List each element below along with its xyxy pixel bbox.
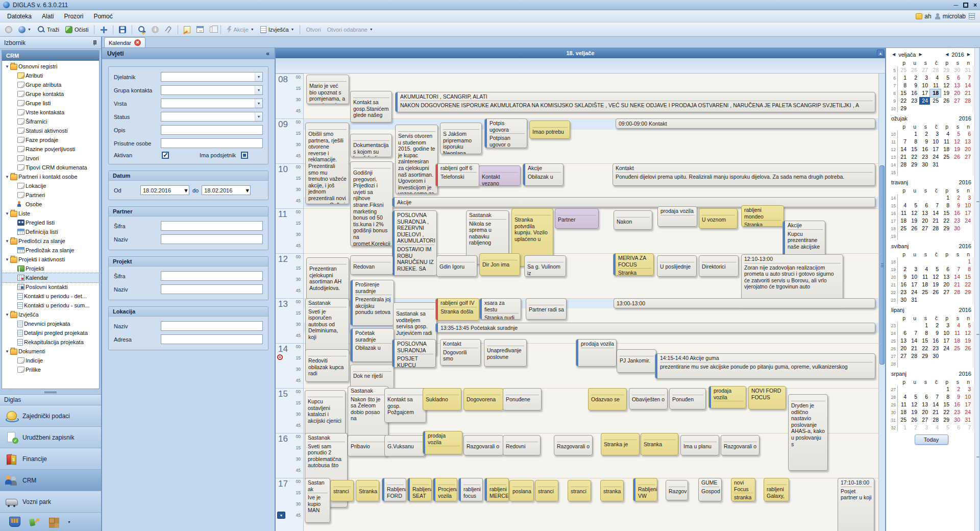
minical-day[interactable] — [930, 194, 941, 202]
calendar-event[interactable]: stranci — [535, 480, 558, 501]
add-button[interactable] — [98, 25, 109, 34]
minical-day[interactable]: 30 — [951, 416, 962, 424]
menu-item[interactable]: Pomoć — [88, 11, 117, 21]
minical-day[interactable]: 24 — [919, 97, 930, 105]
minical-day[interactable]: 26 — [909, 416, 919, 424]
minical-day[interactable]: 24 — [962, 217, 973, 225]
minical-day[interactable] — [941, 360, 951, 368]
actions-button[interactable]: Akcije▼ — [225, 25, 256, 34]
calendar-event[interactable]: S Jakšom pripremamo isporuku Neoplana — [440, 123, 482, 154]
tree-item[interactable]: Tipovi CRM dokumenata — [2, 163, 99, 172]
minical-day[interactable] — [909, 194, 919, 202]
calendar-event[interactable]: Obaviješten o — [629, 388, 668, 409]
chevron-down-icon[interactable]: ▼ — [255, 73, 262, 81]
minical-day[interactable]: 13 — [919, 401, 930, 408]
minical-day[interactable]: 1 — [941, 385, 951, 393]
calendar-event[interactable]: U poslijednje — [657, 255, 697, 277]
ima-podsjetnik-checkbox[interactable] — [241, 152, 248, 159]
tree-item[interactable]: Grupe kontakta — [2, 89, 99, 99]
minical-day[interactable]: 21 — [930, 217, 941, 225]
minical-day[interactable] — [951, 232, 962, 240]
minical-day[interactable]: 10 — [941, 329, 951, 337]
minical-day[interactable]: 29 — [941, 225, 951, 232]
minical-day[interactable] — [941, 161, 951, 168]
minical-day[interactable]: 18 — [898, 408, 909, 416]
calendar-event[interactable]: Dir Jon ima — [479, 253, 520, 276]
menu-item[interactable]: Prozori — [59, 11, 88, 21]
calendar-event[interactable]: Dokumentacija s kojom su kandidirali za — [350, 134, 392, 157]
minical-day[interactable]: 13 — [962, 138, 973, 146]
minical-day[interactable]: 3 — [941, 322, 951, 329]
minical-day[interactable] — [941, 352, 951, 360]
minical-day[interactable]: 2 — [898, 266, 909, 273]
minical-day[interactable]: 29 — [909, 161, 919, 168]
minical-day[interactable]: 19 — [930, 281, 941, 288]
scroll-down-button[interactable]: ▼ — [277, 512, 285, 519]
calendar-event[interactable]: Kontakt vezano — [479, 165, 521, 186]
minical-day[interactable]: 11 — [951, 329, 962, 337]
tree-item[interactable]: Kontakti u periodu - det... — [2, 292, 99, 301]
minical-day[interactable] — [951, 258, 962, 266]
minical-day[interactable]: 15 — [941, 401, 951, 408]
minical-day[interactable]: 29 — [941, 416, 951, 424]
calendar-event[interactable]: rabljeni Galaxy, — [764, 478, 789, 501]
minical-day[interactable]: 24 — [930, 153, 941, 161]
filter-input[interactable] — [161, 234, 263, 244]
minical-day[interactable]: 20 — [919, 408, 930, 416]
minical-day[interactable]: 2 — [909, 424, 919, 431]
calendar-event[interactable]: prodaja vozila — [708, 386, 746, 408]
minical-day[interactable] — [951, 168, 962, 176]
minical-day[interactable]: 16 — [951, 401, 962, 408]
filter-select[interactable]: ▼ — [161, 85, 263, 95]
minical-day[interactable]: 10 — [909, 273, 919, 281]
minical-day[interactable] — [909, 385, 919, 393]
calendar-event[interactable]: AkcijeObilazak u — [523, 163, 564, 186]
minical-day[interactable]: 31 — [909, 296, 919, 304]
minical-day[interactable]: 5 — [930, 266, 941, 273]
minical-day[interactable] — [941, 105, 951, 112]
minical-day[interactable]: 7 — [898, 138, 909, 146]
calendar-event[interactable]: prodaja vozila — [423, 431, 462, 454]
minical-day[interactable]: 29 — [898, 105, 909, 112]
calendar-event[interactable]: AkcijeKupcu prezentirane naše akcijske — [782, 221, 825, 259]
tree-item[interactable]: Prilike — [2, 365, 99, 374]
minical-day[interactable]: 7 — [962, 74, 973, 82]
minical-day[interactable] — [919, 258, 930, 266]
minical-day[interactable]: 23 — [898, 288, 909, 296]
calendar-event[interactable]: Potpis ugovoraPotpisan ugovor o poslovno… — [484, 118, 527, 148]
minical-day[interactable]: 12 — [930, 273, 941, 281]
calendar-event[interactable]: AKUMUALTORI , SCANGRIP, ALATINAKON DOGOV… — [395, 92, 875, 112]
minical-day[interactable]: 11 — [941, 138, 951, 146]
minical-day[interactable]: 8 — [909, 138, 919, 146]
minical-day[interactable]: 1 — [909, 130, 919, 138]
nav-item[interactable]: Zajednički podaci — [0, 405, 101, 427]
collapse-arrow-icon[interactable]: ▼ — [4, 312, 10, 317]
minical-day[interactable]: 9 — [898, 273, 909, 281]
minical-day[interactable]: 30 — [951, 66, 962, 74]
minical-day[interactable]: 18 — [941, 146, 951, 153]
minical-day[interactable]: 27 — [898, 352, 909, 360]
tree-item[interactable]: Rekapitulacija projekata — [2, 337, 99, 347]
calendar-event[interactable]: stranci — [568, 480, 591, 501]
calendar-event[interactable]: Redoviti obilazak kupca radi — [305, 349, 349, 382]
minical-day[interactable]: 25 — [951, 345, 962, 352]
minical-day[interactable]: 26 — [930, 288, 941, 296]
minical-day[interactable]: 28 — [898, 161, 909, 168]
minical-day[interactable] — [941, 168, 951, 176]
clear-button[interactable]: Očisti — [63, 25, 91, 34]
minical-day[interactable]: 2 — [909, 74, 919, 82]
minical-day[interactable]: 14 — [909, 337, 919, 345]
minical-day[interactable]: 9 — [951, 202, 962, 209]
minical-day[interactable]: 30 — [898, 296, 909, 304]
minical-day[interactable]: 21 — [898, 153, 909, 161]
date-from-field[interactable]: 18.02.2016 ▼ — [140, 185, 189, 195]
tree-item[interactable]: Vrste kontakata — [2, 108, 99, 117]
next-month-arrow[interactable]: ▶ — [917, 52, 924, 57]
minical-day[interactable]: 8 — [962, 266, 973, 273]
tree-item[interactable]: Poslovni kontakti — [2, 282, 99, 292]
calendar-event[interactable]: stranci — [330, 480, 354, 501]
minical-day[interactable]: 17 — [962, 401, 973, 408]
minical-day[interactable]: 25 — [930, 97, 941, 105]
calendar-event[interactable]: Razgovarali o — [554, 435, 593, 455]
basket-icon[interactable] — [9, 517, 20, 527]
